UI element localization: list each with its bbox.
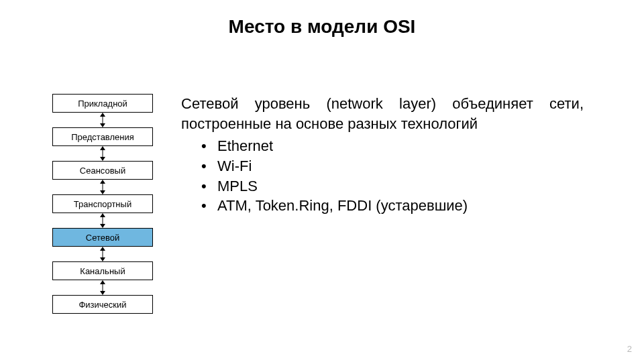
body-text: Сетевой уровень (network layer) объединя…: [181, 94, 584, 133]
svg-marker-14: [100, 257, 105, 261]
svg-marker-7: [100, 180, 105, 184]
body-content: Сетевой уровень (network layer) объединя…: [181, 94, 584, 216]
bullet-item: Ethernet: [201, 136, 584, 156]
svg-marker-11: [100, 224, 105, 228]
osi-layer-transport: Транспортный: [52, 194, 153, 213]
updown-arrow-icon: [52, 213, 153, 228]
slide-title: Место в модели OSI: [0, 16, 644, 38]
updown-arrow-icon: [52, 280, 153, 295]
svg-marker-17: [100, 291, 105, 295]
osi-layer-network: Сетевой: [52, 228, 153, 247]
osi-layer-physical: Физический: [52, 295, 153, 314]
svg-marker-2: [100, 123, 105, 127]
page-number: 2: [627, 344, 632, 354]
updown-arrow-icon: [52, 113, 153, 127]
svg-marker-1: [100, 113, 105, 117]
osi-stack: Прикладной Представления Сеансовый Транс…: [52, 94, 153, 314]
updown-arrow-icon: [52, 146, 153, 161]
updown-arrow-icon: [52, 180, 153, 194]
svg-marker-8: [100, 190, 105, 194]
osi-layer-presentation: Представления: [52, 127, 153, 146]
svg-marker-16: [100, 280, 105, 284]
bullet-item: ATM, Token.Ring, FDDI (устаревшие): [201, 196, 584, 216]
body-bullets: Ethernet Wi-Fi MPLS ATM, Token.Ring, FDD…: [181, 136, 584, 216]
updown-arrow-icon: [52, 247, 153, 261]
svg-marker-4: [100, 146, 105, 150]
bullet-item: Wi-Fi: [201, 156, 584, 176]
svg-marker-5: [100, 157, 105, 161]
osi-layer-session: Сеансовый: [52, 161, 153, 180]
osi-layer-application: Прикладной: [52, 94, 153, 113]
bullet-item: MPLS: [201, 176, 584, 196]
svg-marker-13: [100, 247, 105, 251]
osi-layer-datalink: Канальный: [52, 261, 153, 280]
svg-marker-10: [100, 213, 105, 217]
